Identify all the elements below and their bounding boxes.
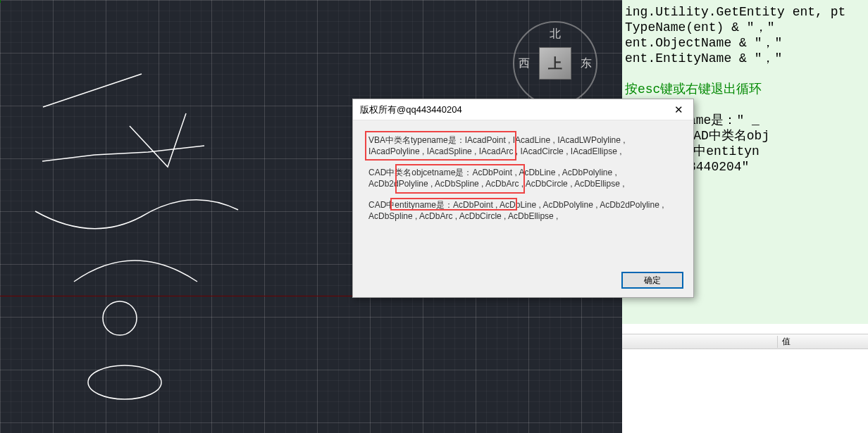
viewcube-east[interactable]: 东 — [581, 56, 592, 71]
code-line: ent.ObjectName & "，" — [625, 36, 782, 50]
code-comment: 按esc键或右键退出循环 — [625, 82, 762, 96]
highlight-box — [395, 164, 525, 194]
highlight-box — [365, 131, 516, 161]
arc-entity — [74, 261, 197, 282]
dialog-titlebar[interactable]: 版权所有@qq443440204 ✕ — [353, 99, 693, 120]
viewcube[interactable]: 上 北 西 东 — [513, 21, 597, 106]
panel-header: 值 — [622, 334, 868, 349]
polyline-entity — [130, 113, 186, 167]
viewcube-face-top[interactable]: 上 — [539, 47, 571, 80]
circle-entity — [103, 301, 137, 335]
message-dialog: 版权所有@qq443440204 ✕ VBA中类名typename是：IAcad… — [352, 99, 694, 298]
properties-panel: 值 — [622, 324, 868, 433]
viewcube-west[interactable]: 西 — [519, 56, 530, 71]
polyline-entity — [42, 146, 204, 161]
dialog-content: VBA中类名typename是：IAcadPoint , IAcadLine ,… — [353, 120, 693, 263]
ok-button[interactable]: 确定 — [621, 272, 683, 289]
code-line: TypeName(ent) & "，" — [625, 20, 774, 34]
dialog-footer: 确定 — [353, 263, 693, 297]
close-icon[interactable]: ✕ — [668, 101, 689, 118]
viewcube-north[interactable]: 北 — [550, 27, 561, 42]
code-line: ent.EntityName & "，" — [625, 51, 782, 65]
panel-col-value: 值 — [777, 336, 868, 348]
ellipse-entity — [88, 365, 161, 399]
line-entity — [43, 74, 142, 107]
highlight-box — [390, 198, 517, 211]
code-line: ing.Utility.GetEntity ent, pt — [625, 5, 845, 19]
watermark: CSDN @yngsqq — [807, 422, 864, 430]
dialog-title: 版权所有@qq443440204 — [360, 103, 668, 116]
spline-entity — [35, 200, 238, 229]
